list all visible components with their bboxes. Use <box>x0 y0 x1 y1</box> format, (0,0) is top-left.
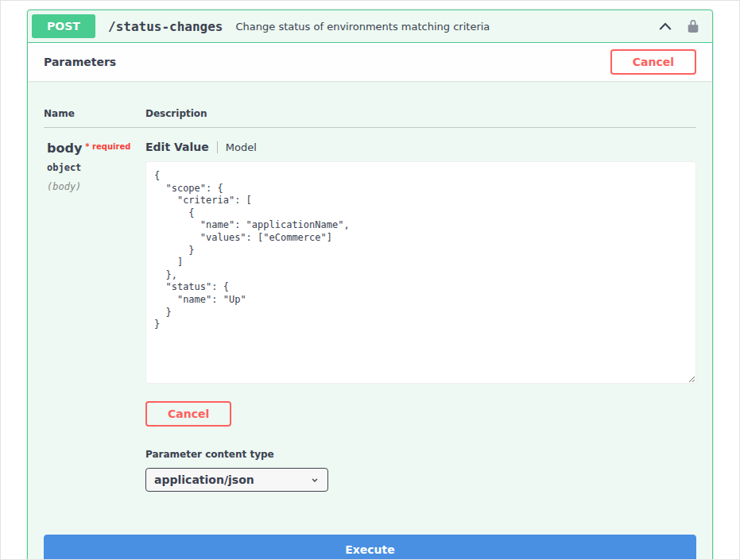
endpoint-path: /status-changes <box>103 19 223 34</box>
http-method-badge: POST <box>32 14 95 38</box>
endpoint-summary: Change status of environments matching c… <box>231 21 650 33</box>
summary-icons <box>657 18 708 34</box>
request-body-textarea[interactable]: { "scope": { "criteria": [ { "name": "ap… <box>145 161 696 384</box>
editor-cancel-button[interactable]: Cancel <box>145 401 231 427</box>
swagger-page: POST /status-changes Change status of en… <box>0 0 740 560</box>
param-name: body <box>47 141 82 156</box>
param-required-badge: * required <box>85 142 130 151</box>
execute-section: Execute <box>28 519 712 560</box>
param-name-cell: body* required object (body) <box>44 128 145 492</box>
parameters-title: Parameters <box>44 56 116 68</box>
description-column-header: Description <box>145 97 696 128</box>
lock-icon[interactable] <box>686 19 700 33</box>
operation-body: Parameters Cancel Name Description body*… <box>28 43 712 560</box>
chevron-up-icon[interactable] <box>657 18 673 34</box>
param-description-cell: Edit Value Model { "scope": { "criteria"… <box>145 128 696 492</box>
execute-button[interactable]: Execute <box>44 535 696 560</box>
tab-model[interactable]: Model <box>226 141 257 153</box>
param-type: object <box>47 162 139 173</box>
operation-summary-header[interactable]: POST /status-changes Change status of en… <box>28 10 712 43</box>
content-type-select[interactable]: application/json <box>145 468 328 492</box>
parameters-table: Name Description body* required object (… <box>28 81 712 492</box>
name-column-header: Name <box>44 97 145 128</box>
content-type-select-wrap: application/json <box>145 468 328 492</box>
post-operation-block: POST /status-changes Change status of en… <box>27 10 713 560</box>
param-location: (body) <box>47 181 139 192</box>
tab-divider <box>217 141 218 153</box>
tab-edit-value[interactable]: Edit Value <box>145 141 209 153</box>
try-out-cancel-button[interactable]: Cancel <box>610 49 696 75</box>
content-type-label: Parameter content type <box>145 449 696 460</box>
parameters-section-header: Parameters Cancel <box>28 43 712 81</box>
editor-tabs: Edit Value Model <box>145 141 696 153</box>
